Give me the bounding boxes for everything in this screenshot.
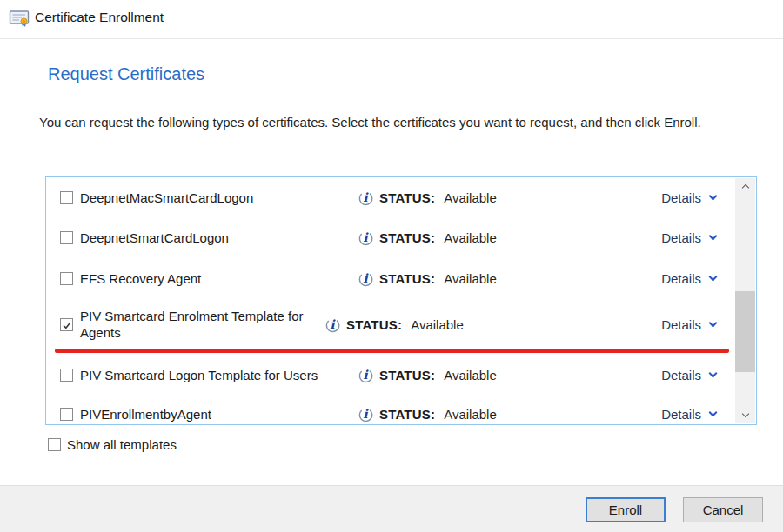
status-value: Available	[411, 317, 464, 332]
checkmark-icon	[62, 320, 72, 330]
details-expander[interactable]: Details	[661, 230, 716, 245]
details-expander[interactable]: Details	[661, 317, 716, 332]
template-name: PIV Smartcard Logon Template for Users	[80, 367, 357, 383]
window-title: Certificate Enrollment	[35, 10, 164, 25]
info-icon: i	[357, 229, 375, 247]
certificate-icon	[9, 8, 30, 29]
chevron-down-icon	[709, 318, 718, 327]
scroll-up-button[interactable]	[735, 178, 755, 195]
template-name: EFS Recovery Agent	[80, 270, 357, 287]
info-icon: i	[357, 269, 375, 288]
chevron-down-icon	[709, 272, 718, 281]
info-icon: i	[324, 316, 342, 334]
chevron-down-icon	[709, 369, 718, 377]
status-group: i STATUS: Available	[357, 229, 497, 247]
chevron-down-icon	[709, 408, 718, 416]
details-expander[interactable]: Details	[661, 190, 716, 205]
status-group: i STATUS: Available	[357, 405, 497, 423]
status-value: Available	[444, 368, 497, 382]
svg-text:i: i	[363, 368, 369, 382]
status-label: STATUS:	[379, 271, 435, 286]
template-checkbox[interactable]	[60, 369, 73, 382]
details-label: Details	[661, 271, 701, 286]
certificate-template-list: DeepnetMacSmartCardLogon i STATUS: Avail…	[45, 176, 757, 425]
status-group: i STATUS: Available	[324, 316, 464, 334]
status-label: STATUS:	[379, 230, 435, 245]
details-expander[interactable]: Details	[661, 271, 716, 286]
details-expander[interactable]: Details	[661, 368, 716, 382]
arrow-down-icon	[741, 410, 748, 417]
title-bar: Certificate Enrollment	[0, 0, 783, 39]
template-checkbox[interactable]	[60, 408, 73, 421]
chevron-down-icon	[709, 231, 718, 240]
details-expander[interactable]: Details	[661, 407, 716, 422]
vertical-scrollbar[interactable]	[735, 178, 755, 423]
page-description: You can request the following types of c…	[39, 114, 749, 131]
details-label: Details	[661, 230, 701, 245]
cancel-button[interactable]: Cancel	[683, 497, 763, 522]
certificate-enrollment-dialog: Certificate Enrollment Request Certifica…	[0, 0, 783, 532]
scrollbar-thumb[interactable]	[735, 291, 755, 372]
template-row[interactable]: EFS Recovery Agent i STATUS: Available D…	[46, 265, 733, 291]
status-value: Available	[444, 271, 497, 286]
template-checkbox[interactable]	[60, 191, 73, 204]
template-row-selected[interactable]: PIV Smartcard Enrolment Template for Age…	[46, 304, 733, 344]
status-value: Available	[444, 190, 497, 205]
template-row[interactable]: PIV Smartcard Logon Template for Users i…	[46, 362, 733, 388]
details-label: Details	[661, 317, 701, 332]
template-row[interactable]: DeepnetMacSmartCardLogon i STATUS: Avail…	[46, 184, 733, 210]
template-row[interactable]: PIVEnrollmentbyAgent i STATUS: Available…	[46, 401, 733, 427]
status-label: STATUS:	[379, 368, 435, 382]
svg-text:i: i	[363, 407, 369, 421]
info-icon: i	[357, 405, 375, 423]
info-icon: i	[357, 189, 375, 207]
template-name: DeepnetSmartCardLogon	[80, 229, 357, 246]
template-checkbox[interactable]	[60, 231, 73, 244]
status-label: STATUS:	[346, 317, 402, 332]
details-label: Details	[661, 368, 701, 382]
svg-text:i: i	[330, 317, 336, 331]
details-label: Details	[661, 407, 701, 422]
status-label: STATUS:	[379, 407, 435, 422]
annotation-red-underline	[55, 349, 729, 353]
details-label: Details	[661, 190, 701, 205]
svg-text:i: i	[363, 271, 369, 285]
show-all-templates-option[interactable]: Show all templates	[48, 437, 177, 452]
status-group: i STATUS: Available	[357, 366, 497, 384]
template-name: DeepnetMacSmartCardLogon	[80, 190, 357, 206]
info-icon: i	[357, 366, 375, 384]
status-group: i STATUS: Available	[357, 269, 497, 288]
template-checkbox[interactable]	[60, 272, 73, 285]
dialog-footer: Enroll Cancel	[0, 485, 783, 532]
enroll-button[interactable]: Enroll	[586, 497, 666, 522]
show-all-templates-label: Show all templates	[67, 437, 177, 452]
chevron-down-icon	[709, 191, 718, 200]
status-group: i STATUS: Available	[357, 189, 497, 207]
arrow-up-icon	[741, 184, 748, 191]
status-label: STATUS:	[379, 190, 435, 205]
svg-text:i: i	[363, 190, 369, 204]
status-value: Available	[444, 230, 497, 245]
template-name: PIVEnrollmentbyAgent	[80, 406, 357, 422]
show-all-templates-checkbox[interactable]	[48, 438, 61, 451]
template-name: PIV Smartcard Enrolment Template for Age…	[80, 308, 324, 341]
template-row[interactable]: DeepnetSmartCardLogon i STATUS: Availabl…	[46, 224, 733, 250]
status-value: Available	[444, 407, 497, 422]
scroll-down-button[interactable]	[735, 407, 755, 423]
svg-text:i: i	[363, 230, 369, 244]
template-checkbox-checked[interactable]	[60, 318, 73, 331]
page-title: Request Certificates	[48, 64, 204, 84]
